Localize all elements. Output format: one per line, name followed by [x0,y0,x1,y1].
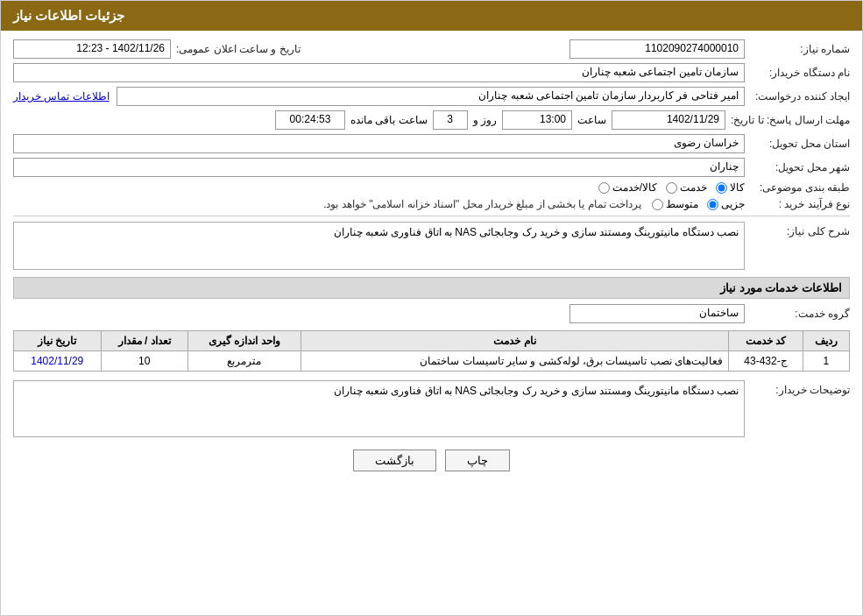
navoe-jezyi-item: جزیی [707,198,745,210]
sharh-label: شرح کلی نیاز: [745,222,850,237]
baghimande-label: ساعت باقی مانده [350,114,428,126]
col-vahed: واحد اندازه گیری [187,331,301,351]
ijad-konande-label: ایجاد کننده درخواست: [745,90,850,103]
ostan-label: استان محل تحویل: [745,138,850,150]
services-table: ردیف کد خدمت نام خدمت واحد اندازه گیری ت… [13,330,850,372]
divider-1 [13,216,850,216]
navoe-jezyi-label: جزیی [721,198,745,210]
row-sharh: شرح کلی نیاز: [13,222,850,270]
mohlat-roz: 3 [433,110,468,130]
cell-kod: ج-432-43 [729,351,803,372]
page-title: جزئیات اطلاعات نیاز [13,8,124,23]
navoe-note: پرداخت تمام یا بخشی از مبلغ خریدار محل "… [323,198,641,210]
tabaghe-khedmat-item: خدمت [666,181,707,194]
shomare-niaz-label: شماره نیاز: [745,43,850,55]
grooh-khedmat-value: ساختمان [569,304,745,323]
col-tarikh: تاریخ نیاز [14,331,102,351]
sharh-textarea[interactable] [13,222,745,270]
navoe-jezyi-radio[interactable] [707,199,718,210]
saat-label: ساعت [577,114,606,126]
tabaghe-kala-radio[interactable] [716,182,727,194]
shahr-label: شهر محل تحویل: [745,161,850,173]
shahr-value: چناران [13,158,745,177]
cell-radif: 1 [803,351,849,372]
tarikh-saat-value: 1402/11/26 - 12:23 [13,39,171,59]
ostan-value: خراسان رضوی [13,134,745,153]
navoe-moutaset-item: متوسط [652,198,698,210]
row-nam-dastgah: نام دستگاه خریدار: سازمان تامین اجتماعی … [13,63,850,82]
row-shomare-tarikh: شماره نیاز: 1102090274000010 تاریخ و ساع… [13,39,850,59]
grooh-khedmat-label: گروه خدمت: [745,308,850,320]
tabaghe-kala-khedmat-radio[interactable] [598,182,610,194]
tozihat-textarea[interactable] [13,380,745,437]
cell-tedad: 10 [101,351,187,372]
page-container: جزئیات اطلاعات نیاز شماره نیاز: 11020902… [0,0,863,616]
mohlat-saat: 13:00 [502,110,572,130]
tabaghe-khedmat-label: خدمت [680,181,707,194]
col-kod: کد خدمت [729,331,803,351]
etela-link[interactable]: اطلاعات تماس خریدار [13,90,110,103]
tabaghe-kala-label: کالا [730,181,745,194]
table-row: 1 ج-432-43 فعالیت‌های نصب تاسیسات برق، ل… [14,351,850,372]
cell-nam: فعالیت‌های نصب تاسیسات برق، لوله‌کشی و س… [301,351,728,372]
services-table-section: ردیف کد خدمت نام خدمت واحد اندازه گیری ت… [13,330,850,372]
nam-dastgah-value: سازمان تامین اجتماعی شعبه چناران [13,63,745,82]
tabaghe-kala-item: کالا [716,181,745,194]
shomare-niaz-value: 1102090274000010 [569,39,745,59]
baghimande-value: 00:24:53 [275,110,345,130]
date-time-container: 1402/11/29 ساعت 13:00 روز و 3 ساعت باقی … [13,110,725,130]
row-mohlat: مهلت ارسال پاسخ: تا تاریخ: 1402/11/29 سا… [13,110,850,130]
row-tozihat: توضیحات خریدار: [13,380,850,437]
navoe-moutaset-radio[interactable] [652,199,663,210]
table-header-row: ردیف کد خدمت نام خدمت واحد اندازه گیری ت… [14,331,850,351]
tabaghe-radio-group: کالا/خدمت خدمت کالا [598,181,745,194]
khadamat-section-title: اطلاعات خدمات مورد نیاز [13,277,850,299]
tabaghe-khedmat-radio[interactable] [666,182,677,194]
button-row: چاپ بازگشت [13,450,850,471]
tabaghe-kala-khedmat-item: کالا/خدمت [598,181,657,194]
roz-label: روز و [473,114,497,126]
mohlat-label: مهلت ارسال پاسخ: تا تاریخ: [725,114,850,126]
tarikh-saat-label: تاریخ و ساعت اعلان عمومی: [171,43,301,55]
cell-tarikh: 1402/11/29 [14,351,102,372]
row-ijad-konande: ایجاد کننده درخواست: امیر فتاحی فر کاربر… [13,87,850,106]
col-radif: ردیف [803,331,849,351]
print-button[interactable]: چاپ [445,450,510,471]
navoe-radio-group: متوسط جزیی [652,198,745,210]
tabaghe-label: طبقه بندی موضوعی: [745,181,850,194]
row-tabaghe: طبقه بندی موضوعی: کالا/خدمت خدمت کالا [13,181,850,194]
row-navoe: نوع فرآیند خرید : متوسط جزیی پرداخت تمام… [13,198,850,210]
row-shahr: شهر محل تحویل: چناران [13,158,850,177]
row-ostan: استان محل تحویل: خراسان رضوی [13,134,850,153]
col-tedad: تعداد / مقدار [101,331,187,351]
main-content: شماره نیاز: 1102090274000010 تاریخ و ساع… [1,31,862,489]
row-grooh-khedmat: گروه خدمت: ساختمان [13,304,850,323]
col-nam: نام خدمت [301,331,728,351]
tabaghe-kala-khedmat-label: کالا/خدمت [612,181,657,194]
cell-vahed: مترمربع [187,351,301,372]
navoe-label: نوع فرآیند خرید : [745,198,850,210]
back-button[interactable]: بازگشت [353,450,436,471]
tozihat-label: توضیحات خریدار: [745,380,850,396]
nam-dastgah-label: نام دستگاه خریدار: [745,67,850,79]
mohlat-date: 1402/11/29 [612,110,725,130]
navoe-moutaset-label: متوسط [666,198,698,210]
ijad-konande-value: امیر فتاحی فر کاربردار سازمان تامین اجتم… [117,87,745,106]
page-header: جزئیات اطلاعات نیاز [1,1,862,31]
